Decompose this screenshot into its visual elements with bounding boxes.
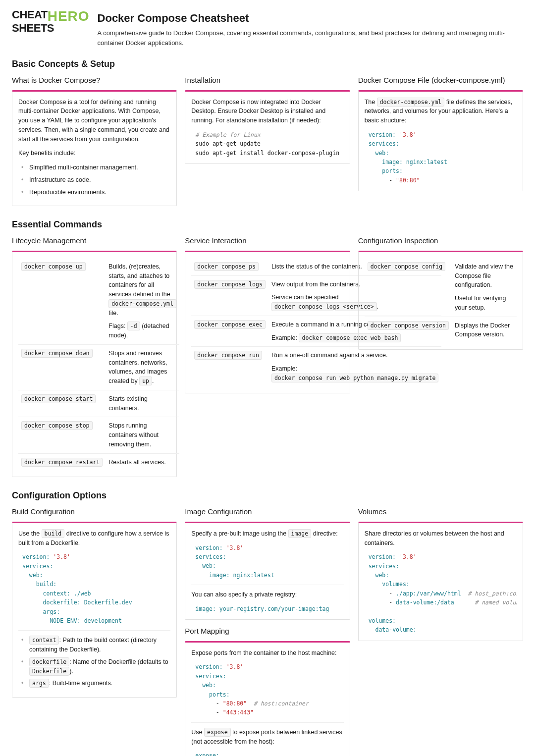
paragraph: Expose ports from the container to the h… bbox=[191, 648, 343, 658]
card-title: What is Docker Compose? bbox=[12, 75, 177, 86]
paragraph: Use the build directive to configure how… bbox=[18, 529, 170, 548]
card-config-inspection: docker compose configValidate and view t… bbox=[358, 251, 523, 350]
list-item: Infrastructure as code. bbox=[19, 175, 170, 185]
table-row: docker compose stopStops running contain… bbox=[18, 417, 179, 453]
paragraph: Specify a pre-built image using the imag… bbox=[191, 529, 343, 539]
code-block: # Example for Linux sudo apt-get update … bbox=[191, 130, 343, 158]
code-block: version: '3.8' services: web: image: ngi… bbox=[365, 130, 517, 185]
card-what-is: Docker Compose is a tool for defining an… bbox=[12, 90, 177, 207]
table-row: docker compose restartRestarts all servi… bbox=[18, 453, 179, 471]
section-heading-options: Configuration Options bbox=[12, 489, 523, 502]
table-row: docker compose configValidate and view t… bbox=[365, 258, 517, 317]
code-block: image: your-registry.com/your-image:tag bbox=[191, 604, 343, 613]
inline-code: docker-compose.yml bbox=[377, 98, 445, 107]
logo-text-sheets: SHEETS bbox=[12, 23, 90, 34]
card-volumes: Share directories or volumes between the… bbox=[358, 522, 523, 641]
logo-text-hero: HERO bbox=[48, 10, 90, 23]
card-title: Service Interaction bbox=[185, 235, 350, 247]
command-table: docker compose configValidate and view t… bbox=[365, 258, 517, 343]
page-title: Docker Compose Cheatsheet bbox=[98, 10, 523, 26]
card-installation: Docker Compose is now integrated into Do… bbox=[185, 90, 350, 164]
card-title: Installation bbox=[185, 75, 350, 86]
table-row: docker compose upBuilds, (re)creates, st… bbox=[18, 258, 179, 345]
command-code: docker compose restart bbox=[21, 458, 103, 467]
logo: CHEAT HERO SHEETS bbox=[12, 10, 90, 48]
card-image-config: Specify a pre-built image using the imag… bbox=[185, 522, 350, 620]
command-table: docker compose upBuilds, (re)creates, st… bbox=[18, 258, 179, 471]
page-header: CHEAT HERO SHEETS Docker Compose Cheatsh… bbox=[12, 10, 523, 48]
card-title: Port Mapping bbox=[185, 626, 350, 637]
paragraph: Docker Compose is now integrated into Do… bbox=[191, 98, 343, 125]
card-service-interaction: docker compose psLists the status of the… bbox=[185, 251, 350, 393]
card-port-mapping: Expose ports from the container to the h… bbox=[185, 641, 350, 756]
list-item: Simplified multi-container management. bbox=[19, 163, 170, 172]
code-block: version: '3.8' services: web: image: ngi… bbox=[191, 543, 343, 580]
section-heading-basic: Basic Concepts & Setup bbox=[12, 57, 523, 71]
command-code: docker compose start bbox=[21, 394, 96, 403]
card-compose-file: The docker-compose.yml file defines the … bbox=[358, 90, 523, 192]
page-subtitle: A comprehensive guide to Docker Compose,… bbox=[98, 28, 523, 48]
paragraph: Key benefits include: bbox=[18, 149, 170, 158]
code-block: version: '3.8' services: web: build: con… bbox=[18, 552, 170, 625]
code-block: version: '3.8' services: web: ports: - "… bbox=[191, 662, 343, 717]
card-title: Lifecycle Management bbox=[12, 235, 177, 247]
card-build-config: Use the build directive to configure how… bbox=[12, 522, 177, 698]
card-title: Build Configuration bbox=[12, 506, 177, 518]
code-block: version: '3.8' services: web: volumes: -… bbox=[365, 552, 517, 635]
logo-text-cheat: CHEAT bbox=[12, 10, 48, 23]
paragraph: Use expose to expose ports between linke… bbox=[191, 728, 343, 747]
bullet-list: context: Path to the build context (dire… bbox=[18, 636, 170, 688]
card-title: Volumes bbox=[358, 506, 523, 518]
card-title: Image Configuration bbox=[185, 506, 350, 518]
table-row: docker compose downStops and removes con… bbox=[18, 344, 179, 390]
card-title: Configuration Inspection bbox=[358, 235, 523, 247]
card-lifecycle: docker compose upBuilds, (re)creates, st… bbox=[12, 251, 177, 478]
list-item: Reproducible environments. bbox=[19, 188, 170, 197]
list-item: args: Build-time arguments. bbox=[19, 679, 170, 688]
paragraph: You can also specify a private registry: bbox=[191, 590, 343, 599]
table-row: docker compose startStarts existing cont… bbox=[18, 390, 179, 417]
list-item: context: Path to the build context (dire… bbox=[19, 636, 170, 654]
title-block: Docker Compose Cheatsheet A comprehensiv… bbox=[98, 10, 523, 48]
command-code: docker compose stop bbox=[21, 421, 93, 430]
paragraph: Docker Compose is a tool for defining an… bbox=[18, 98, 170, 144]
paragraph: Share directories or volumes between the… bbox=[365, 529, 517, 548]
table-row: docker compose versionDisplays the Docke… bbox=[365, 317, 517, 343]
command-code: docker compose down bbox=[21, 349, 93, 358]
card-title: Docker Compose File (docker-compose.yml) bbox=[358, 75, 523, 86]
command-code: docker compose up bbox=[21, 262, 86, 271]
list-item: dockerfile: Name of the Dockerfile (defa… bbox=[19, 657, 170, 676]
code-block: expose: - "3000" bbox=[191, 751, 343, 756]
paragraph: The docker-compose.yml file defines the … bbox=[365, 98, 517, 125]
section-heading-essential: Essential Commands bbox=[12, 218, 523, 231]
bullet-list: Simplified multi-container management. I… bbox=[18, 163, 170, 197]
